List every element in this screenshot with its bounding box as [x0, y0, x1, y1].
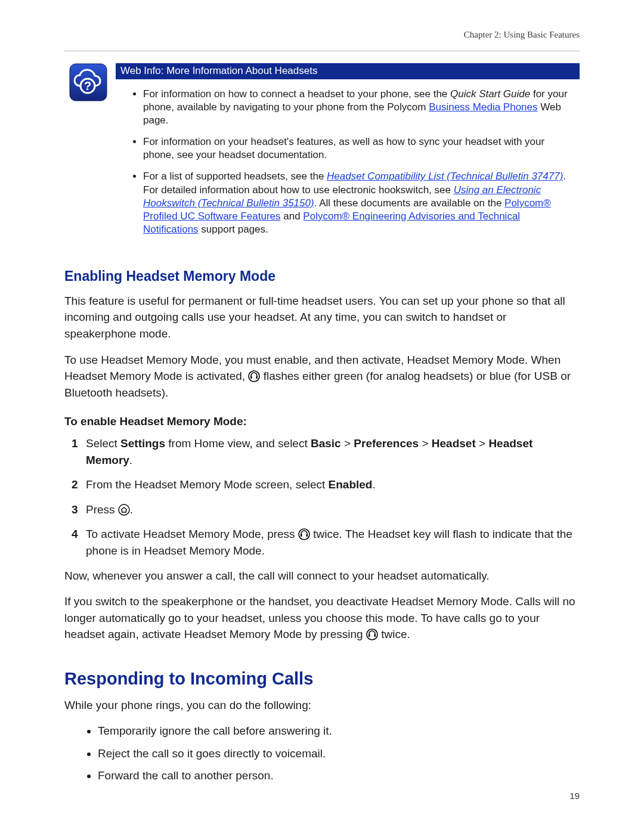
- link-business-media-phones[interactable]: Business Media Phones: [429, 101, 537, 113]
- body-paragraph: While your phone rings, you can do the f…: [64, 697, 580, 714]
- svg-rect-8: [301, 534, 302, 537]
- bullet-item: Forward the call to another person.: [98, 767, 580, 784]
- running-header: Chapter 2: Using Basic Features: [64, 30, 580, 40]
- svg-point-6: [119, 504, 129, 515]
- svg-rect-5: [256, 376, 258, 379]
- procedure-step: From the Headset Memory Mode screen, sel…: [86, 476, 580, 493]
- procedure-step: To activate Headset Memory Mode, press t…: [86, 526, 580, 559]
- home-key-icon: [118, 504, 130, 516]
- heading-enabling-headset-memory: Enabling Headset Memory Mode: [64, 268, 580, 284]
- headset-key-icon: [298, 528, 310, 540]
- bullet-list: Temporarily ignore the call before answe…: [64, 723, 580, 784]
- link-headset-compatibility-list[interactable]: Headset Compatibility List (Technical Bu…: [327, 171, 563, 182]
- body-paragraph: Now, whenever you answer a call, the cal…: [64, 568, 580, 584]
- body-paragraph: If you switch to the speakerphone or the…: [64, 593, 580, 643]
- svg-rect-12: [374, 634, 376, 637]
- web-info-callout: ? Web Info: More Information About Heads…: [69, 63, 580, 244]
- bullet-item: Temporarily ignore the call before answe…: [98, 723, 580, 739]
- web-info-item: For information on your headset's featur…: [143, 135, 580, 162]
- page-number: 19: [569, 791, 580, 801]
- procedure-heading: To enable Headset Memory Mode:: [64, 415, 580, 428]
- body-paragraph: To use Headset Memory Mode, you must ena…: [64, 352, 580, 401]
- body-paragraph: This feature is useful for permanent or …: [64, 293, 580, 342]
- procedure-step: Select Settings from Home view, and sele…: [86, 435, 580, 468]
- web-info-icon: ?: [69, 63, 107, 101]
- svg-rect-4: [250, 376, 252, 379]
- web-info-list: For information on how to connect a head…: [116, 88, 580, 236]
- web-info-title: Web Info: More Information About Headset…: [116, 63, 580, 79]
- procedure-steps: Select Settings from Home view, and sele…: [64, 435, 580, 559]
- header-divider: [64, 51, 580, 51]
- bullet-item: Reject the call so it goes directly to v…: [98, 745, 580, 762]
- headset-key-icon: [366, 628, 378, 640]
- web-info-body: Web Info: More Information About Headset…: [116, 63, 580, 244]
- procedure-step: Press .: [86, 501, 580, 518]
- web-info-item: For information on how to connect a head…: [143, 88, 580, 127]
- headset-key-icon: [248, 370, 260, 382]
- web-info-item: For a list of supported headsets, see th…: [143, 170, 580, 236]
- heading-responding-to-incoming-calls: Responding to Incoming Calls: [64, 669, 580, 689]
- svg-text:?: ?: [84, 79, 91, 92]
- svg-rect-9: [306, 534, 308, 537]
- svg-rect-11: [369, 634, 370, 637]
